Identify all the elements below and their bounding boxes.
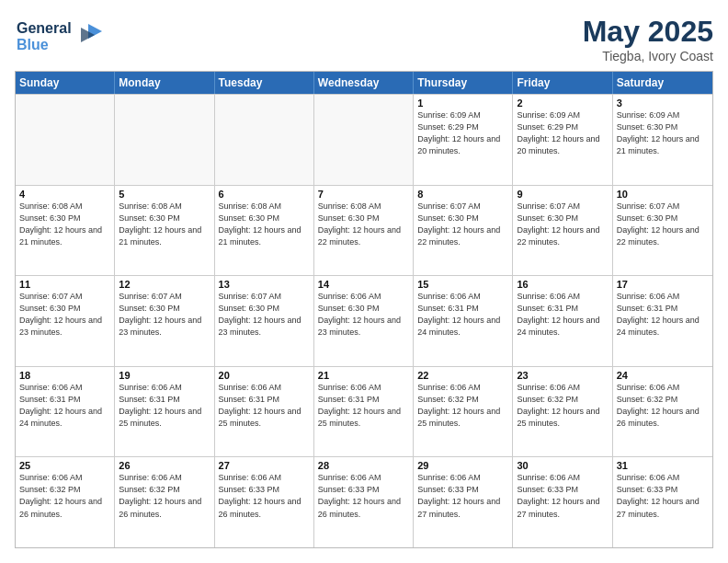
logo: General Blue	[15, 15, 116, 63]
subtitle: Tiegba, Ivory Coast	[583, 49, 713, 63]
day-number: 18	[19, 370, 110, 381]
calendar-cell	[314, 95, 414, 185]
day-number: 16	[517, 279, 608, 290]
calendar-cell: 29Sunrise: 6:06 AMSunset: 6:33 PMDayligh…	[414, 457, 513, 547]
calendar-cell: 8Sunrise: 6:07 AMSunset: 6:30 PMDaylight…	[414, 186, 513, 276]
day-number: 30	[517, 460, 608, 471]
cell-info: Sunrise: 6:06 AMSunset: 6:31 PMDaylight:…	[517, 291, 608, 339]
calendar-cell: 25Sunrise: 6:06 AMSunset: 6:32 PMDayligh…	[16, 457, 115, 547]
calendar-cell: 2Sunrise: 6:09 AMSunset: 6:29 PMDaylight…	[513, 95, 612, 185]
calendar-body: 1Sunrise: 6:09 AMSunset: 6:29 PMDaylight…	[16, 94, 712, 547]
day-number: 3	[617, 98, 709, 109]
day-number: 19	[119, 370, 210, 381]
calendar-header: Sunday Monday Tuesday Wednesday Thursday…	[16, 72, 712, 94]
day-number: 17	[617, 279, 709, 290]
day-number: 21	[318, 370, 409, 381]
header-wednesday: Wednesday	[314, 72, 414, 94]
cell-info: Sunrise: 6:06 AMSunset: 6:33 PMDaylight:…	[617, 472, 709, 520]
calendar-cell: 6Sunrise: 6:08 AMSunset: 6:30 PMDaylight…	[215, 186, 314, 276]
calendar-week-2: 4Sunrise: 6:08 AMSunset: 6:30 PMDaylight…	[16, 185, 712, 276]
calendar-cell: 28Sunrise: 6:06 AMSunset: 6:33 PMDayligh…	[314, 457, 414, 547]
day-number: 15	[417, 279, 508, 290]
calendar-cell: 24Sunrise: 6:06 AMSunset: 6:32 PMDayligh…	[613, 367, 712, 457]
calendar-cell: 14Sunrise: 6:06 AMSunset: 6:30 PMDayligh…	[314, 276, 414, 366]
logo-svg: General Blue	[15, 15, 116, 59]
calendar-cell: 4Sunrise: 6:08 AMSunset: 6:30 PMDaylight…	[16, 186, 115, 276]
cell-info: Sunrise: 6:09 AMSunset: 6:29 PMDaylight:…	[517, 109, 608, 157]
cell-info: Sunrise: 6:06 AMSunset: 6:31 PMDaylight:…	[417, 291, 508, 339]
day-number: 1	[417, 98, 508, 109]
cell-info: Sunrise: 6:07 AMSunset: 6:30 PMDaylight:…	[119, 291, 210, 339]
calendar-cell	[115, 95, 214, 185]
cell-info: Sunrise: 6:06 AMSunset: 6:32 PMDaylight:…	[119, 472, 210, 520]
cell-info: Sunrise: 6:06 AMSunset: 6:31 PMDaylight:…	[318, 382, 409, 430]
cell-info: Sunrise: 6:08 AMSunset: 6:30 PMDaylight:…	[19, 201, 110, 248]
day-number: 23	[517, 370, 608, 381]
day-number: 7	[318, 189, 409, 200]
cell-info: Sunrise: 6:09 AMSunset: 6:29 PMDaylight:…	[417, 109, 508, 157]
day-number: 6	[219, 189, 310, 200]
calendar-cell: 9Sunrise: 6:07 AMSunset: 6:30 PMDaylight…	[513, 186, 612, 276]
cell-info: Sunrise: 6:07 AMSunset: 6:30 PMDaylight:…	[417, 201, 508, 248]
svg-text:Blue: Blue	[17, 37, 49, 52]
cell-info: Sunrise: 6:09 AMSunset: 6:30 PMDaylight:…	[617, 109, 709, 157]
header-monday: Monday	[115, 72, 214, 94]
day-number: 5	[119, 189, 210, 200]
calendar-cell: 15Sunrise: 6:06 AMSunset: 6:31 PMDayligh…	[414, 276, 513, 366]
calendar-cell: 30Sunrise: 6:06 AMSunset: 6:33 PMDayligh…	[513, 457, 612, 547]
day-number: 14	[318, 279, 409, 290]
cell-info: Sunrise: 6:06 AMSunset: 6:32 PMDaylight:…	[517, 382, 608, 430]
calendar-cell: 12Sunrise: 6:07 AMSunset: 6:30 PMDayligh…	[115, 276, 214, 366]
calendar-cell: 7Sunrise: 6:08 AMSunset: 6:30 PMDaylight…	[314, 186, 414, 276]
header-friday: Friday	[513, 72, 612, 94]
header-sunday: Sunday	[16, 72, 115, 94]
calendar-cell: 19Sunrise: 6:06 AMSunset: 6:31 PMDayligh…	[115, 367, 214, 457]
calendar-cell: 1Sunrise: 6:09 AMSunset: 6:29 PMDaylight…	[414, 95, 513, 185]
cell-info: Sunrise: 6:06 AMSunset: 6:31 PMDaylight:…	[119, 382, 210, 430]
calendar-cell: 11Sunrise: 6:07 AMSunset: 6:30 PMDayligh…	[16, 276, 115, 366]
header-tuesday: Tuesday	[215, 72, 314, 94]
day-number: 11	[19, 279, 110, 290]
calendar-week-5: 25Sunrise: 6:06 AMSunset: 6:32 PMDayligh…	[16, 456, 712, 547]
calendar-cell: 26Sunrise: 6:06 AMSunset: 6:32 PMDayligh…	[115, 457, 214, 547]
calendar-cell: 27Sunrise: 6:06 AMSunset: 6:33 PMDayligh…	[215, 457, 314, 547]
cell-info: Sunrise: 6:07 AMSunset: 6:30 PMDaylight:…	[517, 201, 608, 248]
cell-info: Sunrise: 6:06 AMSunset: 6:32 PMDaylight:…	[417, 382, 508, 430]
day-number: 13	[219, 279, 310, 290]
calendar-cell: 31Sunrise: 6:06 AMSunset: 6:33 PMDayligh…	[613, 457, 712, 547]
calendar-cell	[16, 95, 115, 185]
day-number: 25	[19, 460, 110, 471]
calendar-cell: 17Sunrise: 6:06 AMSunset: 6:31 PMDayligh…	[613, 276, 712, 366]
calendar-cell: 3Sunrise: 6:09 AMSunset: 6:30 PMDaylight…	[613, 95, 712, 185]
cell-info: Sunrise: 6:07 AMSunset: 6:30 PMDaylight:…	[617, 201, 709, 248]
calendar-cell: 20Sunrise: 6:06 AMSunset: 6:31 PMDayligh…	[215, 367, 314, 457]
day-number: 27	[219, 460, 310, 471]
calendar-cell: 23Sunrise: 6:06 AMSunset: 6:32 PMDayligh…	[513, 367, 612, 457]
day-number: 10	[617, 189, 709, 200]
day-number: 12	[119, 279, 210, 290]
calendar-week-1: 1Sunrise: 6:09 AMSunset: 6:29 PMDaylight…	[16, 94, 712, 185]
main-title: May 2025	[583, 15, 713, 49]
calendar-cell: 18Sunrise: 6:06 AMSunset: 6:31 PMDayligh…	[16, 367, 115, 457]
day-number: 29	[417, 460, 508, 471]
cell-info: Sunrise: 6:08 AMSunset: 6:30 PMDaylight:…	[219, 201, 310, 248]
header-saturday: Saturday	[613, 72, 712, 94]
cell-info: Sunrise: 6:07 AMSunset: 6:30 PMDaylight:…	[219, 291, 310, 339]
calendar-week-4: 18Sunrise: 6:06 AMSunset: 6:31 PMDayligh…	[16, 366, 712, 457]
cell-info: Sunrise: 6:08 AMSunset: 6:30 PMDaylight:…	[318, 201, 409, 248]
cell-info: Sunrise: 6:06 AMSunset: 6:30 PMDaylight:…	[318, 291, 409, 339]
cell-info: Sunrise: 6:08 AMSunset: 6:30 PMDaylight:…	[119, 201, 210, 248]
cell-info: Sunrise: 6:07 AMSunset: 6:30 PMDaylight:…	[19, 291, 110, 339]
calendar-cell: 5Sunrise: 6:08 AMSunset: 6:30 PMDaylight…	[115, 186, 214, 276]
day-number: 20	[219, 370, 310, 381]
cell-info: Sunrise: 6:06 AMSunset: 6:33 PMDaylight:…	[417, 472, 508, 520]
svg-text:General: General	[17, 20, 72, 36]
cell-info: Sunrise: 6:06 AMSunset: 6:31 PMDaylight:…	[219, 382, 310, 430]
day-number: 28	[318, 460, 409, 471]
day-number: 2	[517, 98, 608, 109]
cell-info: Sunrise: 6:06 AMSunset: 6:31 PMDaylight:…	[617, 291, 709, 339]
cell-info: Sunrise: 6:06 AMSunset: 6:32 PMDaylight:…	[19, 472, 110, 520]
day-number: 26	[119, 460, 210, 471]
title-section: May 2025 Tiegba, Ivory Coast	[583, 15, 713, 63]
calendar-cell: 22Sunrise: 6:06 AMSunset: 6:32 PMDayligh…	[414, 367, 513, 457]
